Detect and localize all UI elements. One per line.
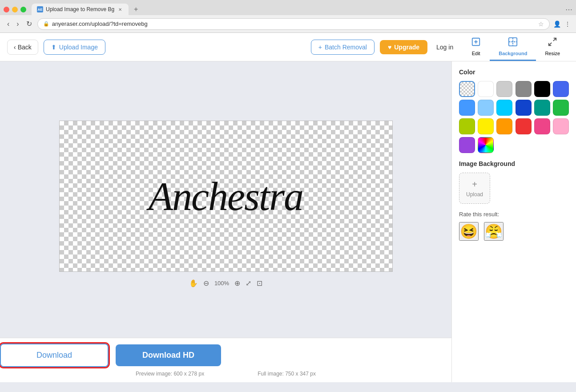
image-bg-title: Image Background xyxy=(459,160,569,167)
tab-title: Upload Image to Remove Bg xyxy=(46,6,114,12)
color-swatch-blue[interactable] xyxy=(553,81,569,97)
download-button[interactable]: Download xyxy=(0,344,109,367)
back-nav-button[interactable]: ‹ xyxy=(5,18,11,30)
security-icon: 🔒 xyxy=(43,21,49,27)
zoom-out-button[interactable]: ⊖ xyxy=(203,279,209,287)
emoji-row: 😆 😤 xyxy=(459,222,569,241)
back-button[interactable]: ‹ Back xyxy=(7,40,38,55)
color-swatch-green[interactable] xyxy=(553,100,569,116)
bottom-bar: Download Download HD Preview image: 600 … xyxy=(0,338,451,382)
color-swatch-white[interactable] xyxy=(478,81,494,97)
zoom-level-display: 100% xyxy=(214,280,229,287)
upload-bg-plus-icon: + xyxy=(472,179,477,190)
background-icon xyxy=(508,37,518,49)
color-swatch-pink[interactable] xyxy=(553,118,569,134)
maximize-traffic-light[interactable] xyxy=(20,7,26,12)
tool-background-label: Background xyxy=(499,51,527,56)
canvas-area: Anchestra ✋ ⊖ 100% ⊕ ⤢ ⊡ xyxy=(0,61,451,382)
tool-resize[interactable]: Resize xyxy=(536,33,569,61)
sidebar: Color xyxy=(451,61,576,382)
canvas-image-text: Anchestra xyxy=(149,174,303,219)
active-tab[interactable]: AE Upload Image to Remove Bg ✕ xyxy=(32,4,129,15)
upload-background-button[interactable]: + Upload xyxy=(459,173,490,204)
preview-info: Preview image: 600 x 278 px xyxy=(136,371,204,377)
color-swatch-lightgray[interactable] xyxy=(496,81,512,97)
upload-bg-label: Upload xyxy=(466,191,483,198)
download-section: Download Download HD xyxy=(0,344,451,367)
color-swatch-black[interactable] xyxy=(534,81,550,97)
traffic-lights xyxy=(4,7,26,12)
back-label: Back xyxy=(18,44,32,51)
color-section-title: Color xyxy=(459,69,569,76)
heart-icon: ♥ xyxy=(388,44,391,51)
image-background-section: Image Background + Upload xyxy=(459,160,569,204)
upload-icon: ⬆ xyxy=(51,44,56,51)
tab-favicon: AE xyxy=(37,6,43,12)
toolbar-tools: Edit Background Resize xyxy=(462,33,569,61)
new-tab-button[interactable]: + xyxy=(130,4,141,15)
rate-title: Rate this result: xyxy=(459,211,569,218)
zoom-controls: ✋ ⊖ 100% ⊕ ⤢ ⊡ xyxy=(189,279,262,287)
edit-icon xyxy=(471,37,481,49)
color-section: Color xyxy=(459,69,569,153)
tool-background[interactable]: Background xyxy=(490,33,536,61)
angry-emoji-button[interactable]: 😤 xyxy=(484,222,503,241)
color-swatch-cyan[interactable] xyxy=(496,100,512,116)
back-chevron-icon: ‹ xyxy=(14,44,16,51)
image-canvas[interactable]: Anchestra xyxy=(59,121,393,272)
tool-resize-label: Resize xyxy=(545,51,560,56)
color-swatch-gray[interactable] xyxy=(516,81,532,97)
plus-icon: + xyxy=(318,44,322,51)
color-swatch-lightblue[interactable] xyxy=(478,100,494,116)
address-bar: ‹ › ↻ 🔒 anyeraser.com/upload/?td=removeb… xyxy=(0,15,576,32)
zoom-in-button[interactable]: ⊕ xyxy=(234,279,240,287)
bookmark-icon[interactable]: ☆ xyxy=(538,20,544,28)
tab-close-button[interactable]: ✕ xyxy=(117,6,123,12)
url-text: anyeraser.com/upload/?td=removebg xyxy=(52,20,536,27)
color-swatch-darkblue[interactable] xyxy=(516,100,532,116)
download-hd-button[interactable]: Download HD xyxy=(116,344,221,366)
upload-image-button[interactable]: ⬆ Upload Image xyxy=(44,40,105,55)
browser-menu[interactable]: ⋯ xyxy=(565,5,572,14)
rate-section: Rate this result: 😆 😤 xyxy=(459,211,569,241)
color-swatch-transparent[interactable] xyxy=(459,81,475,97)
upgrade-button[interactable]: ♥ Upgrade xyxy=(380,40,427,54)
color-swatch-red[interactable] xyxy=(516,118,532,134)
color-swatch-purple[interactable] xyxy=(459,137,475,153)
color-swatch-pinkred[interactable] xyxy=(534,118,550,134)
upload-label: Upload Image xyxy=(59,44,98,51)
upgrade-label: Upgrade xyxy=(394,44,419,51)
batch-label: Batch Removal xyxy=(325,44,367,51)
main-layout: Anchestra ✋ ⊖ 100% ⊕ ⤢ ⊡ xyxy=(0,61,576,382)
extensions-button[interactable]: ⋮ xyxy=(564,20,571,28)
split-view-button[interactable]: ⊡ xyxy=(257,279,262,287)
user-profile-button[interactable]: 👤 xyxy=(553,20,561,28)
tool-edit-label: Edit xyxy=(472,51,480,56)
color-grid xyxy=(459,81,569,153)
download-info: Preview image: 600 x 278 px Full image: … xyxy=(136,371,316,377)
tool-edit[interactable]: Edit xyxy=(462,33,490,61)
close-traffic-light[interactable] xyxy=(4,7,9,12)
resize-icon xyxy=(548,37,557,49)
browser-chrome: AE Upload Image to Remove Bg ✕ + ⋯ ‹ › ↻… xyxy=(0,0,576,33)
tab-bar: AE Upload Image to Remove Bg ✕ + ⋯ xyxy=(0,0,576,15)
color-swatch-teal[interactable] xyxy=(534,100,550,116)
forward-nav-button[interactable]: › xyxy=(15,18,20,30)
batch-removal-button[interactable]: + Batch Removal xyxy=(311,40,375,55)
color-swatch-gradient[interactable] xyxy=(478,137,494,153)
download-buttons: Download Download HD xyxy=(0,344,451,367)
pan-tool-button[interactable]: ✋ xyxy=(189,279,198,287)
full-image-info: Full image: 750 x 347 px xyxy=(258,371,316,377)
color-swatch-orange[interactable] xyxy=(496,118,512,134)
browser-actions: 👤 ⋮ xyxy=(553,20,571,28)
login-button[interactable]: Log in xyxy=(433,40,457,54)
color-swatch-yellow[interactable] xyxy=(478,118,494,134)
app-toolbar: ‹ Back ⬆ Upload Image + Batch Removal ♥ … xyxy=(0,33,576,61)
color-swatch-medblue[interactable] xyxy=(459,100,475,116)
minimize-traffic-light[interactable] xyxy=(12,7,18,12)
reload-button[interactable]: ↻ xyxy=(24,18,34,30)
fit-screen-button[interactable]: ⤢ xyxy=(246,279,251,287)
color-swatch-yellowgreen[interactable] xyxy=(459,118,475,134)
url-bar[interactable]: 🔒 anyeraser.com/upload/?td=removebg ☆ xyxy=(37,18,550,30)
happy-emoji-button[interactable]: 😆 xyxy=(459,222,479,241)
